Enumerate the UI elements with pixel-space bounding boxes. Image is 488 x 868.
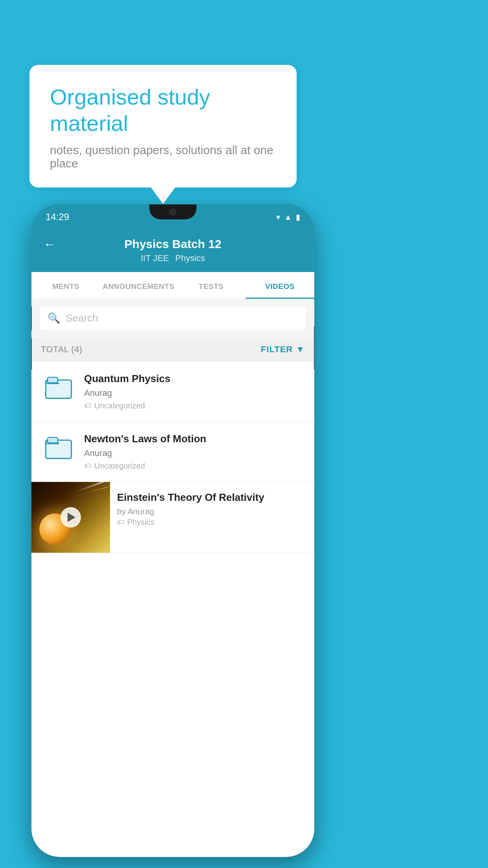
video-tag: 🏷 Uncategorized <box>84 401 305 410</box>
video-author: Anurag <box>84 448 305 458</box>
tag-icon: 🏷 <box>117 518 124 526</box>
svg-rect-3 <box>48 438 58 443</box>
tab-ments[interactable]: MENTS <box>31 272 100 299</box>
app-header: ← Physics Batch 12 IIT JEE Physics <box>31 230 314 272</box>
video-info: Newton's Laws of Motion Anurag 🏷 Uncateg… <box>84 433 305 471</box>
total-count-label: TOTAL (4) <box>41 344 83 355</box>
tab-announcements[interactable]: ANNOUNCEMENTS <box>100 272 177 299</box>
app-header-top: ← Physics Batch 12 <box>43 237 303 251</box>
video-list: Quantum Physics Anurag 🏷 Uncategorized <box>31 362 314 553</box>
folder-icon <box>45 374 72 402</box>
tag-label: Physics <box>127 518 154 527</box>
phone-screen: ← Physics Batch 12 IIT JEE Physics MENTS… <box>31 230 314 857</box>
video-tag: 🏷 Physics <box>117 518 307 527</box>
phone-frame: 14:29 ▾ ▲ ▮ ← Physics Batch 12 IIT JEE P… <box>31 204 314 857</box>
tab-videos[interactable]: VIDEOS <box>246 272 314 299</box>
wifi-icon: ▾ <box>276 212 280 222</box>
video-thumb-area <box>41 433 76 462</box>
speech-bubble-title: Organised study material <box>50 84 276 136</box>
phone-volume-down <box>31 338 32 370</box>
light-streak <box>75 482 105 493</box>
speech-bubble-subtitle: notes, question papers, solutions all at… <box>50 143 276 170</box>
tag-label: Uncategorized <box>94 462 145 471</box>
list-item[interactable]: Quantum Physics Anurag 🏷 Uncategorized <box>31 362 314 422</box>
svg-rect-1 <box>48 377 58 383</box>
phone-notch <box>149 204 196 219</box>
video-author: Anurag <box>84 388 305 398</box>
status-time: 14:29 <box>46 211 69 223</box>
list-item[interactable]: Einstein's Theory Of Relativity by Anura… <box>31 482 314 553</box>
filter-label: FILTER <box>261 344 293 355</box>
search-icon: 🔍 <box>48 312 60 324</box>
list-item[interactable]: Newton's Laws of Motion Anurag 🏷 Uncateg… <box>31 422 314 482</box>
tag-icon: 🏷 <box>84 462 91 470</box>
phone-volume-up <box>31 307 32 330</box>
camera-dot <box>169 208 176 215</box>
search-placeholder[interactable]: Search <box>66 312 98 324</box>
subtitle-iit: IIT JEE <box>141 253 169 263</box>
video-thumbnail <box>31 482 110 553</box>
tag-label: Uncategorized <box>94 401 145 410</box>
search-bar[interactable]: 🔍 Search <box>39 305 306 331</box>
signal-icon: ▲ <box>284 213 292 222</box>
tabs-bar: MENTS ANNOUNCEMENTS TESTS VIDEOS <box>31 272 314 299</box>
video-by-author: by Anurag <box>117 507 307 516</box>
video-title: Einstein's Theory Of Relativity <box>117 491 307 504</box>
filter-bar: TOTAL (4) FILTER ▼ <box>31 337 314 362</box>
speech-bubble: Organised study material notes, question… <box>29 65 297 188</box>
tag-icon: 🏷 <box>84 402 91 410</box>
play-icon <box>68 513 75 522</box>
status-bar: 14:29 ▾ ▲ ▮ <box>31 204 314 230</box>
app-title: Physics Batch 12 <box>125 237 222 251</box>
phone-power-button <box>314 326 314 370</box>
subtitle-physics: Physics <box>175 253 205 263</box>
battery-icon: ▮ <box>296 212 300 222</box>
filter-icon: ▼ <box>296 344 305 355</box>
back-button[interactable]: ← <box>43 237 56 252</box>
filter-button[interactable]: FILTER ▼ <box>261 344 305 355</box>
video-title: Quantum Physics <box>84 373 305 385</box>
search-bar-container: 🔍 Search <box>31 299 314 337</box>
app-subtitle: IIT JEE Physics <box>141 253 205 263</box>
video-thumb-area <box>41 373 76 402</box>
video-tag: 🏷 Uncategorized <box>84 462 305 471</box>
play-button[interactable] <box>61 507 81 528</box>
tab-tests[interactable]: TESTS <box>177 272 246 299</box>
status-icons: ▾ ▲ ▮ <box>276 212 300 222</box>
video-info: Quantum Physics Anurag 🏷 Uncategorized <box>84 373 305 410</box>
folder-icon <box>45 434 72 462</box>
video-title: Newton's Laws of Motion <box>84 433 305 445</box>
video-info: Einstein's Theory Of Relativity by Anura… <box>110 482 314 536</box>
